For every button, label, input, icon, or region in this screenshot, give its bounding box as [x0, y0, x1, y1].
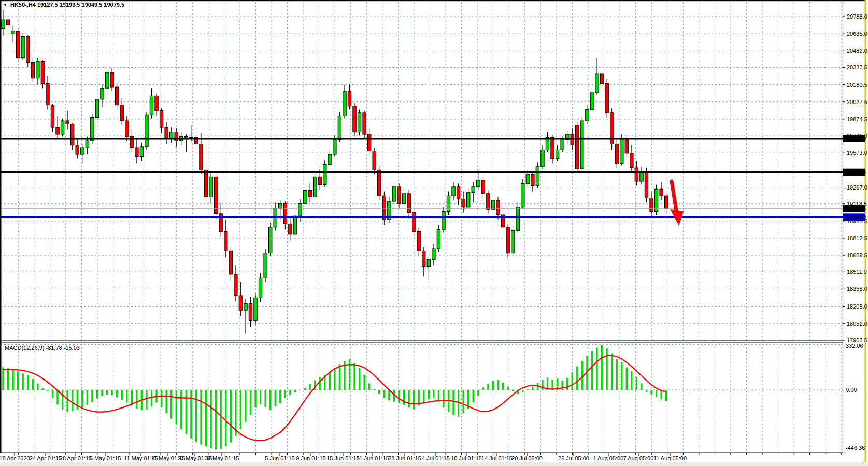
macd-bar: [458, 390, 459, 417]
candle-bullish: [343, 92, 346, 116]
time-axis-label: 5 May 01:15: [90, 455, 121, 461]
candle-bearish: [234, 274, 237, 296]
time-axis-label: 11 Aug 05:00: [653, 455, 687, 461]
candle-bearish: [506, 227, 509, 253]
macd-bar: [502, 383, 504, 390]
candle-bullish: [491, 200, 494, 209]
candle-bearish: [31, 62, 34, 78]
price-badge-label: 19700.0: [845, 136, 866, 142]
symbol-header: ▼ HK50-,H4 19127.5 19193.5 19049.5 19079…: [3, 2, 124, 8]
price-axis-label: 18205.0: [847, 303, 867, 310]
macd-bar: [27, 375, 29, 390]
price-axis-label: 20027.5: [847, 99, 867, 105]
macd-bar: [254, 390, 256, 407]
candle-bullish: [427, 260, 430, 267]
candle-bullish: [61, 121, 64, 134]
candle-bullish: [358, 113, 361, 132]
macd-bar: [72, 390, 73, 411]
candle-bullish: [536, 167, 539, 186]
macd-bar: [66, 390, 68, 412]
price-axis-label: 18358.0: [847, 286, 867, 292]
macd-bar: [161, 390, 162, 407]
candle-bullish: [36, 61, 39, 78]
time-axis-label: 14 Jul 01:15: [481, 455, 513, 461]
macd-bar: [507, 387, 508, 390]
price-axis-label: 19573.0: [847, 150, 867, 156]
candle-bearish: [462, 199, 465, 207]
macd-bar: [452, 390, 454, 415]
macd-bar: [289, 390, 291, 395]
macd-bar: [512, 390, 514, 391]
candle-bearish: [481, 180, 485, 194]
candle-bearish: [46, 84, 49, 105]
price-axis-label: 19267.0: [847, 184, 867, 191]
macd-bar: [215, 390, 217, 450]
macd-bar: [487, 384, 489, 390]
candle-bullish: [21, 37, 24, 58]
time-axis-label: 1 Aug 05:00: [593, 455, 624, 461]
candle-bullish: [259, 278, 262, 298]
time-axis-label: 10 Jul 01:15: [451, 455, 482, 461]
candle-bearish: [422, 251, 425, 266]
macd-axis-zero: 0.00: [846, 387, 857, 393]
candle-bullish: [81, 148, 84, 154]
candle-bearish: [630, 153, 633, 168]
macd-bar: [264, 390, 266, 407]
macd-bar: [423, 390, 424, 402]
time-axis-label: 21 Jun 01:15: [356, 455, 389, 461]
candle-bearish: [368, 134, 371, 151]
macd-bar: [527, 389, 529, 390]
candle-bearish: [229, 251, 232, 274]
time-axis-label: 5 Jun 01:15: [265, 455, 295, 461]
candle-bearish: [382, 196, 386, 219]
macd-bar: [220, 390, 222, 449]
candle-bullish: [447, 196, 450, 211]
macd-bar: [210, 390, 211, 448]
macd-bar: [368, 384, 370, 390]
macd-bar: [136, 390, 137, 409]
macd-bar: [482, 387, 484, 390]
price-axis-label: 18812.5: [847, 235, 867, 241]
symbol-dropdown-icon[interactable]: ▼: [3, 2, 7, 8]
macd-bar: [319, 377, 321, 390]
macd-bar: [47, 390, 48, 391]
candle-bullish: [580, 121, 584, 169]
macd-bar: [81, 390, 83, 407]
candle-bearish: [175, 132, 178, 141]
candle-bullish: [254, 298, 257, 320]
macd-bar: [269, 390, 271, 410]
macd-bar: [42, 388, 44, 390]
time-axis-label: 9 Jun 01:15: [296, 455, 326, 461]
macd-bar: [388, 390, 390, 400]
candle-bearish: [551, 138, 554, 159]
macd-bar: [492, 381, 494, 390]
macd-bar: [17, 371, 19, 390]
candle-bullish: [521, 183, 524, 207]
macd-bar: [641, 384, 642, 390]
candle-bearish: [200, 144, 203, 170]
symbol-ohlc-label: HK50-,H4 19127.5 19193.5 19049.5 19079.5: [10, 2, 124, 8]
candle-bullish: [452, 187, 455, 196]
candle-bearish: [165, 127, 168, 139]
macd-bar: [240, 390, 241, 429]
candle-bullish: [140, 147, 143, 156]
macd-bar: [121, 390, 123, 400]
macd-bar: [636, 377, 637, 390]
macd-axis-max: 332.06: [846, 343, 863, 349]
time-axis-label: 4 Jul 01:15: [422, 455, 450, 461]
candle-bullish: [392, 187, 395, 201]
candle-bearish: [51, 105, 54, 127]
price-axis-label: 20482.0: [847, 48, 867, 54]
macd-bar: [591, 351, 593, 390]
candle-bullish: [333, 140, 336, 154]
macd-bar: [22, 373, 24, 390]
macd-bar: [621, 362, 622, 390]
macd-bar: [126, 390, 127, 403]
price-axis-label: 20788.0: [847, 13, 867, 20]
macd-bar: [200, 390, 202, 445]
candle-bearish: [407, 194, 410, 213]
macd-bar: [566, 378, 568, 390]
chart-canvas[interactable]: 20788.020635.020482.020333.520180.520027…: [0, 0, 868, 466]
candle-bullish: [586, 109, 589, 121]
macd-bar: [334, 368, 335, 390]
